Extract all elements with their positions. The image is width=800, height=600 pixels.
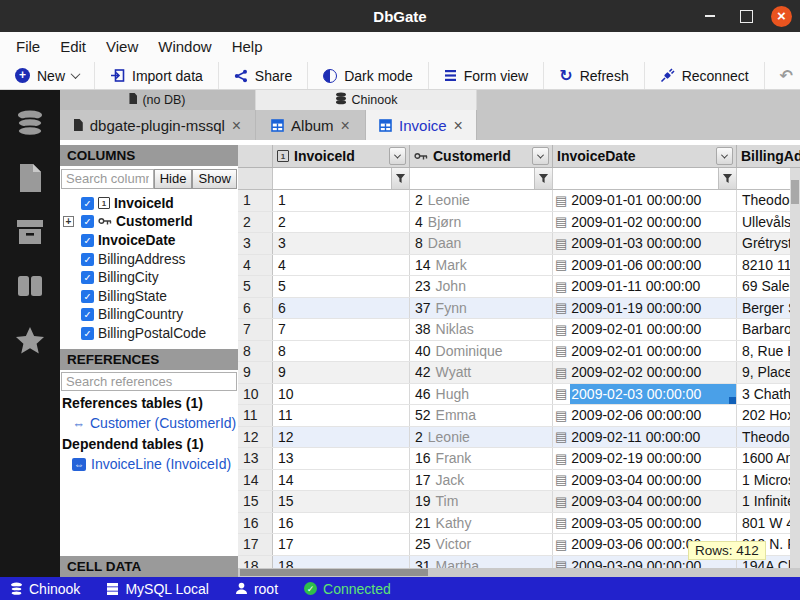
checkbox-checked-icon[interactable] — [81, 197, 94, 210]
column-item-customerid[interactable]: CustomerId — [60, 213, 238, 232]
favorites-icon[interactable] — [13, 324, 47, 356]
row-number[interactable]: 13 — [238, 448, 273, 469]
show-button[interactable]: Show — [192, 169, 237, 189]
cell-customerid[interactable]: 2Leonie — [410, 427, 553, 448]
row-number[interactable]: 12 — [238, 427, 273, 448]
cell-customerid[interactable]: 38Niklas — [410, 319, 553, 340]
cell-customerid[interactable]: 14Mark — [410, 255, 553, 276]
column-menu-button[interactable] — [716, 147, 733, 165]
cell-customerid[interactable]: 19Tim — [410, 491, 553, 512]
new-button[interactable]: New — [0, 62, 95, 89]
menu-item-edit[interactable]: Edit — [50, 32, 96, 62]
plugins-icon[interactable] — [13, 270, 47, 302]
column-item-billingcountry[interactable]: BillingCountry — [60, 306, 238, 325]
archive-icon[interactable] — [13, 216, 47, 248]
cell-customerid[interactable]: 2Leonie — [410, 190, 553, 211]
cell-invoiceid[interactable]: 4 — [273, 255, 410, 276]
cell-invoicedate[interactable]: 2009-01-01 00:00:00 — [553, 190, 737, 211]
cell-invoicedate[interactable]: 2009-02-06 00:00:00 — [553, 405, 737, 426]
form-view-button[interactable]: Form view — [429, 62, 545, 89]
cell-customerid[interactable]: 25Victor — [410, 534, 553, 555]
row-number[interactable]: 6 — [238, 298, 273, 319]
tab-dbgate-plugin-mssql[interactable]: dbgate-plugin-mssql — [60, 110, 256, 140]
checkbox-checked-icon[interactable] — [81, 215, 94, 228]
search-columns-input[interactable] — [61, 169, 154, 189]
close-icon[interactable] — [771, 6, 792, 27]
row-number[interactable]: 4 — [238, 255, 273, 276]
search-references-input[interactable] — [61, 372, 237, 391]
cell-invoicedate[interactable]: 2009-02-19 00:00:00 — [553, 448, 737, 469]
cell-invoiceid[interactable]: 12 — [273, 427, 410, 448]
filter-input[interactable] — [410, 168, 534, 189]
cell-invoiceid[interactable]: 9 — [273, 362, 410, 383]
checkbox-checked-icon[interactable] — [81, 308, 94, 321]
column-item-invoicedate[interactable]: InvoiceDate — [60, 231, 238, 250]
column-item-invoiceid[interactable]: InvoiceId — [60, 194, 238, 213]
reconnect-button[interactable]: Reconnect — [645, 62, 765, 89]
row-number[interactable]: 2 — [238, 212, 273, 233]
plus-box-icon[interactable] — [63, 216, 74, 227]
cell-customerid[interactable]: 52Emma — [410, 405, 553, 426]
checkbox-checked-icon[interactable] — [81, 234, 94, 247]
filter-input[interactable] — [553, 168, 718, 189]
cell-invoiceid[interactable]: 3 — [273, 233, 410, 254]
checkbox-checked-icon[interactable] — [81, 253, 94, 266]
filter-funnel-icon[interactable] — [391, 168, 409, 189]
maximize-icon[interactable] — [735, 5, 757, 27]
menu-item-view[interactable]: View — [96, 32, 148, 62]
refresh-button[interactable]: Refresh — [544, 62, 644, 89]
expand-icon[interactable] — [60, 216, 77, 227]
close-tab-icon[interactable] — [341, 117, 350, 134]
cell-customerid[interactable]: 4Bjørn — [410, 212, 553, 233]
column-header-invoicedate[interactable]: InvoiceDate — [553, 145, 737, 168]
row-number[interactable]: 16 — [238, 513, 273, 534]
column-item-billingstate[interactable]: BillingState — [60, 287, 238, 306]
filter-funnel-icon[interactable] — [534, 168, 552, 189]
menu-item-window[interactable]: Window — [148, 32, 221, 62]
hide-button[interactable]: Hide — [154, 169, 193, 189]
cell-invoicedate[interactable]: 2009-01-19 00:00:00 — [553, 298, 737, 319]
cell-customerid[interactable]: 16Frank — [410, 448, 553, 469]
cell-invoicedate[interactable]: 2009-03-04 00:00:00 — [553, 470, 737, 491]
row-number[interactable]: 1 — [238, 190, 273, 211]
dark-mode-button[interactable]: Dark mode — [308, 62, 428, 89]
column-header-invoiceid[interactable]: InvoiceId — [273, 145, 410, 168]
cell-invoiceid[interactable]: 7 — [273, 319, 410, 340]
cell-invoicedate[interactable]: 2009-02-01 00:00:00 — [553, 319, 737, 340]
cell-invoiceid[interactable]: 17 — [273, 534, 410, 555]
cell-invoicedate[interactable]: 2009-01-06 00:00:00 — [553, 255, 737, 276]
row-number[interactable]: 11 — [238, 405, 273, 426]
tab-album[interactable]: Album — [256, 110, 366, 140]
files-icon[interactable] — [13, 162, 47, 194]
checkbox-checked-icon[interactable] — [81, 290, 94, 303]
cell-invoicedate[interactable]: 2009-01-11 00:00:00 — [553, 276, 737, 297]
vertical-scrollbar-thumb[interactable] — [791, 180, 799, 204]
row-number[interactable]: 14 — [238, 470, 273, 491]
database-icon[interactable] — [13, 108, 47, 140]
column-item-billingpostalcode[interactable]: BillingPostalCode — [60, 324, 238, 343]
close-tab-icon[interactable] — [232, 117, 241, 134]
tab-invoice[interactable]: Invoice — [366, 110, 477, 140]
filter-input[interactable] — [273, 168, 391, 189]
cell-invoicedate[interactable]: 2009-02-03 00:00:00 — [553, 384, 737, 405]
cell-customerid[interactable]: 21Kathy — [410, 513, 553, 534]
column-item-billingaddress[interactable]: BillingAddress — [60, 250, 238, 269]
undo-button[interactable]: Undo — [765, 62, 800, 89]
cell-invoicedate[interactable]: 2009-01-02 00:00:00 — [553, 212, 737, 233]
column-item-billingcity[interactable]: BillingCity — [60, 268, 238, 287]
vertical-scrollbar[interactable] — [790, 168, 800, 568]
filter-funnel-icon[interactable] — [718, 168, 736, 189]
column-header-customerid[interactable]: CustomerId — [410, 145, 553, 168]
cell-invoiceid[interactable]: 16 — [273, 513, 410, 534]
cell-invoiceid[interactable]: 10 — [273, 384, 410, 405]
checkbox-checked-icon[interactable] — [81, 271, 94, 284]
cell-invoiceid[interactable]: 2 — [273, 212, 410, 233]
cell-invoicedate[interactable]: 2009-02-02 00:00:00 — [553, 362, 737, 383]
row-number[interactable]: 7 — [238, 319, 273, 340]
horizontal-scrollbar-thumb[interactable] — [240, 569, 428, 576]
minimize-icon[interactable] — [699, 5, 721, 27]
row-number[interactable]: 3 — [238, 233, 273, 254]
horizontal-scrollbar[interactable] — [238, 568, 800, 577]
cell-invoicedate[interactable]: 2009-01-03 00:00:00 — [553, 233, 737, 254]
share-button[interactable]: Share — [219, 62, 308, 89]
